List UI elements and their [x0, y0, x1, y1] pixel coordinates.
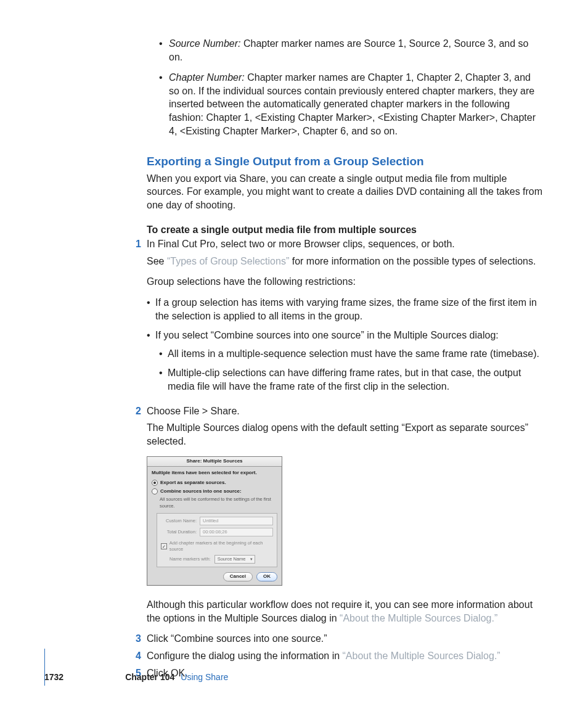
step-3: 3 Click “Combine sources into one source…: [147, 632, 544, 646]
step-see-line: See “Types of Group Selections” for more…: [147, 255, 544, 268]
xref-about-multiple-sources[interactable]: “About the Multiple Sources Dialog.”: [340, 613, 497, 623]
chapter-title: Using Share: [181, 671, 228, 683]
radio-export-separate[interactable]: Export as separate sources.: [152, 480, 277, 486]
restrictions-intro: Group selections have the following rest…: [147, 275, 544, 289]
step-2-post: Although this particular workflow does n…: [147, 598, 544, 625]
step-2-after: The Multiple Sources dialog opens with t…: [147, 421, 544, 448]
dialog-figure: Share: Multiple Sources Multiple items h…: [147, 456, 544, 586]
name-markers-select[interactable]: Source Name: [214, 555, 255, 564]
custom-name-field[interactable]: Untitled: [200, 517, 273, 525]
chapter-markers-checkbox[interactable]: Add chapter markers at the beginning of …: [161, 540, 273, 552]
custom-name-row: Custom Name: Untitled: [161, 517, 273, 525]
document-page: Source Number: Chapter marker names are …: [0, 0, 588, 706]
dialog-title: Share: Multiple Sources: [147, 457, 282, 467]
bullet-label: Chapter Number:: [169, 72, 245, 83]
bullet-label: Source Number:: [169, 38, 241, 49]
step-text: Choose File > Share.: [147, 406, 240, 416]
restriction-combine: If you select “Combine sources into one …: [155, 329, 544, 393]
intro-paragraph: When you export via Share, you can creat…: [147, 172, 544, 212]
page-footer: 1732 Chapter 104 Using Share: [44, 671, 544, 683]
multiple-sources-dialog: Share: Multiple Sources Multiple items h…: [147, 456, 282, 586]
restriction-frame-size: If a group selection has items with vary…: [155, 296, 544, 322]
ok-button[interactable]: OK: [256, 572, 277, 581]
step-number: 2: [136, 404, 141, 418]
steps-list: 1 In Final Cut Pro, select two or more B…: [147, 237, 544, 679]
step-text: Click “Combine sources into one source.”: [147, 633, 327, 644]
dialog-options-panel: Custom Name: Untitled Total Duration: 00…: [157, 513, 277, 568]
checkbox-icon: [161, 543, 167, 549]
total-duration-row: Total Duration: 00:00:08;26: [161, 528, 273, 536]
dialog-footer: Cancel OK: [152, 572, 277, 581]
step-number: 4: [136, 649, 141, 663]
name-markers-row: Name markers with: Source Name: [169, 555, 273, 564]
restriction-sublist: All items in a multiple-sequence selecti…: [168, 347, 544, 393]
restriction-differing-framerate: Multiple-clip selections can have differ…: [168, 366, 544, 393]
dialog-message: Multiple items have been selected for ex…: [152, 470, 277, 477]
step-text: In Final Cut Pro, select two or more Bro…: [147, 239, 455, 249]
step-number: 3: [136, 632, 141, 646]
step-4: 4 Configure the dialog using the informa…: [147, 649, 544, 663]
section-heading: Exporting a Single Output from a Group S…: [147, 154, 544, 170]
xref-about-multiple-sources-2[interactable]: “About the Multiple Sources Dialog.”: [343, 651, 500, 661]
bullet-source-number: Source Number: Chapter marker names are …: [169, 37, 544, 64]
page-number: 1732: [44, 671, 63, 683]
radio-icon: [152, 488, 158, 495]
procedure-heading: To create a single output media file fro…: [147, 223, 544, 237]
dialog-note: All sources will be conformed to the set…: [160, 496, 277, 509]
step-text: Configure the dialog using the informati…: [147, 651, 500, 661]
name-markers-label: Name markers with:: [169, 556, 211, 562]
chapter-label: Chapter 104: [125, 671, 174, 683]
cancel-button[interactable]: Cancel: [223, 572, 253, 581]
restriction-same-framerate: All items in a multiple-sequence selecti…: [168, 347, 544, 361]
content-area: Source Number: Chapter marker names are …: [147, 37, 544, 679]
top-bullet-list: Source Number: Chapter marker names are …: [147, 37, 544, 138]
total-duration-field: 00:00:08;26: [200, 528, 273, 536]
custom-name-label: Custom Name:: [161, 518, 197, 524]
total-duration-label: Total Duration:: [161, 529, 197, 535]
bullet-chapter-number: Chapter Number: Chapter marker names are…: [169, 71, 544, 138]
radio-icon: [152, 480, 158, 486]
step-1: 1 In Final Cut Pro, select two or more B…: [147, 237, 544, 393]
xref-types-of-group-selections[interactable]: “Types of Group Selections”: [167, 256, 289, 266]
step-2: 2 Choose File > Share. The Multiple Sour…: [147, 404, 544, 625]
step-number: 1: [136, 237, 141, 251]
radio-combine-sources[interactable]: Combine sources into one source:: [152, 488, 277, 495]
restrictions-list: If a group selection has items with vary…: [147, 296, 544, 393]
